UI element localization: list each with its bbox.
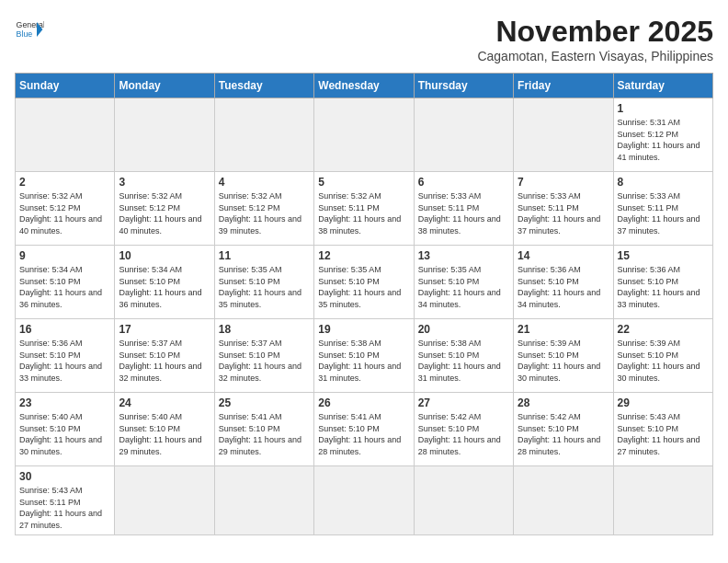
day-number: 26 [318, 396, 409, 409]
day-number: 12 [318, 249, 409, 262]
calendar-body: 1Sunrise: 5:31 AM Sunset: 5:12 PM Daylig… [16, 98, 713, 535]
calendar-cell [115, 466, 214, 535]
calendar-cell: 26Sunrise: 5:41 AM Sunset: 5:10 PM Dayli… [314, 393, 414, 466]
day-info: Sunrise: 5:36 AM Sunset: 5:10 PM Dayligh… [518, 264, 609, 310]
calendar-week-1: 1Sunrise: 5:31 AM Sunset: 5:12 PM Daylig… [16, 98, 713, 172]
calendar-cell: 15Sunrise: 5:36 AM Sunset: 5:10 PM Dayli… [613, 246, 712, 319]
day-number: 19 [318, 323, 409, 336]
day-number: 10 [119, 249, 210, 262]
calendar-cell: 4Sunrise: 5:32 AM Sunset: 5:12 PM Daylig… [214, 172, 313, 246]
day-info: Sunrise: 5:35 AM Sunset: 5:10 PM Dayligh… [219, 264, 310, 310]
day-info: Sunrise: 5:38 AM Sunset: 5:10 PM Dayligh… [418, 338, 509, 384]
day-info: Sunrise: 5:32 AM Sunset: 5:12 PM Dayligh… [219, 190, 310, 236]
day-info: Sunrise: 5:32 AM Sunset: 5:12 PM Dayligh… [19, 190, 110, 236]
calendar-cell: 6Sunrise: 5:33 AM Sunset: 5:11 PM Daylig… [414, 172, 513, 246]
day-info: Sunrise: 5:37 AM Sunset: 5:10 PM Dayligh… [119, 338, 210, 384]
calendar-cell: 12Sunrise: 5:35 AM Sunset: 5:10 PM Dayli… [314, 246, 414, 319]
weekday-header-wednesday: Wednesday [314, 74, 414, 98]
calendar-cell: 8Sunrise: 5:33 AM Sunset: 5:11 PM Daylig… [613, 172, 712, 246]
day-number: 15 [618, 249, 709, 262]
day-info: Sunrise: 5:36 AM Sunset: 5:10 PM Dayligh… [618, 264, 709, 310]
calendar-cell [214, 98, 313, 172]
weekday-header-sunday: Sunday [16, 74, 115, 98]
day-number: 23 [19, 396, 110, 409]
calendar-cell [16, 98, 115, 172]
weekday-header-saturday: Saturday [613, 74, 712, 98]
day-number: 22 [618, 323, 709, 336]
calendar-cell: 13Sunrise: 5:35 AM Sunset: 5:10 PM Dayli… [414, 246, 513, 319]
calendar-cell: 20Sunrise: 5:38 AM Sunset: 5:10 PM Dayli… [414, 319, 513, 393]
day-number: 13 [418, 249, 509, 262]
day-info: Sunrise: 5:36 AM Sunset: 5:10 PM Dayligh… [19, 338, 110, 384]
weekday-header-thursday: Thursday [414, 74, 513, 98]
calendar-cell: 7Sunrise: 5:33 AM Sunset: 5:11 PM Daylig… [514, 172, 613, 246]
svg-text:Blue: Blue [17, 29, 33, 39]
calendar-cell: 27Sunrise: 5:42 AM Sunset: 5:10 PM Dayli… [414, 393, 513, 466]
calendar-cell: 21Sunrise: 5:39 AM Sunset: 5:10 PM Dayli… [514, 319, 613, 393]
calendar-cell [314, 466, 414, 535]
day-number: 7 [518, 176, 609, 189]
day-info: Sunrise: 5:34 AM Sunset: 5:10 PM Dayligh… [19, 264, 110, 310]
day-number: 11 [219, 249, 310, 262]
calendar-week-3: 9Sunrise: 5:34 AM Sunset: 5:10 PM Daylig… [16, 246, 713, 319]
header: General Blue November 2025 Cagamotan, Ea… [15, 15, 713, 63]
calendar-cell: 17Sunrise: 5:37 AM Sunset: 5:10 PM Dayli… [115, 319, 214, 393]
calendar-cell [414, 466, 513, 535]
weekday-header-row: SundayMondayTuesdayWednesdayThursdayFrid… [16, 74, 713, 98]
weekday-header-monday: Monday [115, 74, 214, 98]
calendar-cell: 2Sunrise: 5:32 AM Sunset: 5:12 PM Daylig… [16, 172, 115, 246]
day-info: Sunrise: 5:40 AM Sunset: 5:10 PM Dayligh… [19, 411, 110, 457]
weekday-header-tuesday: Tuesday [214, 74, 313, 98]
calendar-week-5: 23Sunrise: 5:40 AM Sunset: 5:10 PM Dayli… [16, 393, 713, 466]
calendar-cell: 19Sunrise: 5:38 AM Sunset: 5:10 PM Dayli… [314, 319, 414, 393]
day-number: 14 [518, 249, 609, 262]
weekday-header-friday: Friday [514, 74, 613, 98]
day-number: 1 [618, 102, 709, 115]
calendar-cell: 11Sunrise: 5:35 AM Sunset: 5:10 PM Dayli… [214, 246, 313, 319]
title-area: November 2025 Cagamotan, Eastern Visayas… [477, 15, 713, 63]
calendar-cell [314, 98, 414, 172]
calendar-cell: 22Sunrise: 5:39 AM Sunset: 5:10 PM Dayli… [613, 319, 712, 393]
calendar-cell: 28Sunrise: 5:42 AM Sunset: 5:10 PM Dayli… [514, 393, 613, 466]
calendar-cell: 18Sunrise: 5:37 AM Sunset: 5:10 PM Dayli… [214, 319, 313, 393]
day-number: 25 [219, 396, 310, 409]
calendar-cell: 25Sunrise: 5:41 AM Sunset: 5:10 PM Dayli… [214, 393, 313, 466]
calendar-cell: 29Sunrise: 5:43 AM Sunset: 5:10 PM Dayli… [613, 393, 712, 466]
day-info: Sunrise: 5:35 AM Sunset: 5:10 PM Dayligh… [418, 264, 509, 310]
day-number: 29 [618, 396, 709, 409]
location: Cagamotan, Eastern Visayas, Philippines [477, 49, 713, 63]
calendar-cell: 23Sunrise: 5:40 AM Sunset: 5:10 PM Dayli… [16, 393, 115, 466]
calendar-cell: 24Sunrise: 5:40 AM Sunset: 5:10 PM Dayli… [115, 393, 214, 466]
day-number: 8 [618, 176, 709, 189]
day-info: Sunrise: 5:35 AM Sunset: 5:10 PM Dayligh… [318, 264, 409, 310]
day-info: Sunrise: 5:33 AM Sunset: 5:11 PM Dayligh… [618, 190, 709, 236]
calendar-cell: 3Sunrise: 5:32 AM Sunset: 5:12 PM Daylig… [115, 172, 214, 246]
day-info: Sunrise: 5:42 AM Sunset: 5:10 PM Dayligh… [518, 411, 609, 457]
calendar-week-2: 2Sunrise: 5:32 AM Sunset: 5:12 PM Daylig… [16, 172, 713, 246]
day-info: Sunrise: 5:40 AM Sunset: 5:10 PM Dayligh… [119, 411, 210, 457]
day-number: 27 [418, 396, 509, 409]
calendar-cell [214, 466, 313, 535]
day-info: Sunrise: 5:39 AM Sunset: 5:10 PM Dayligh… [618, 338, 709, 384]
calendar-cell: 16Sunrise: 5:36 AM Sunset: 5:10 PM Dayli… [16, 319, 115, 393]
calendar-cell: 9Sunrise: 5:34 AM Sunset: 5:10 PM Daylig… [16, 246, 115, 319]
day-info: Sunrise: 5:32 AM Sunset: 5:11 PM Dayligh… [318, 190, 409, 236]
calendar-cell: 14Sunrise: 5:36 AM Sunset: 5:10 PM Dayli… [514, 246, 613, 319]
day-info: Sunrise: 5:32 AM Sunset: 5:12 PM Dayligh… [119, 190, 210, 236]
day-info: Sunrise: 5:38 AM Sunset: 5:10 PM Dayligh… [318, 338, 409, 384]
day-info: Sunrise: 5:31 AM Sunset: 5:12 PM Dayligh… [618, 117, 709, 163]
calendar-week-6: 30Sunrise: 5:43 AM Sunset: 5:11 PM Dayli… [16, 466, 713, 535]
calendar-cell [414, 98, 513, 172]
day-info: Sunrise: 5:34 AM Sunset: 5:10 PM Dayligh… [119, 264, 210, 310]
day-info: Sunrise: 5:39 AM Sunset: 5:10 PM Dayligh… [518, 338, 609, 384]
day-number: 18 [219, 323, 310, 336]
day-number: 20 [418, 323, 509, 336]
calendar-cell [613, 466, 712, 535]
day-number: 30 [19, 470, 110, 483]
calendar-cell: 5Sunrise: 5:32 AM Sunset: 5:11 PM Daylig… [314, 172, 414, 246]
day-number: 9 [19, 249, 110, 262]
day-info: Sunrise: 5:37 AM Sunset: 5:10 PM Dayligh… [219, 338, 310, 384]
day-number: 21 [518, 323, 609, 336]
day-number: 6 [418, 176, 509, 189]
logo-icon: General Blue [15, 15, 44, 44]
